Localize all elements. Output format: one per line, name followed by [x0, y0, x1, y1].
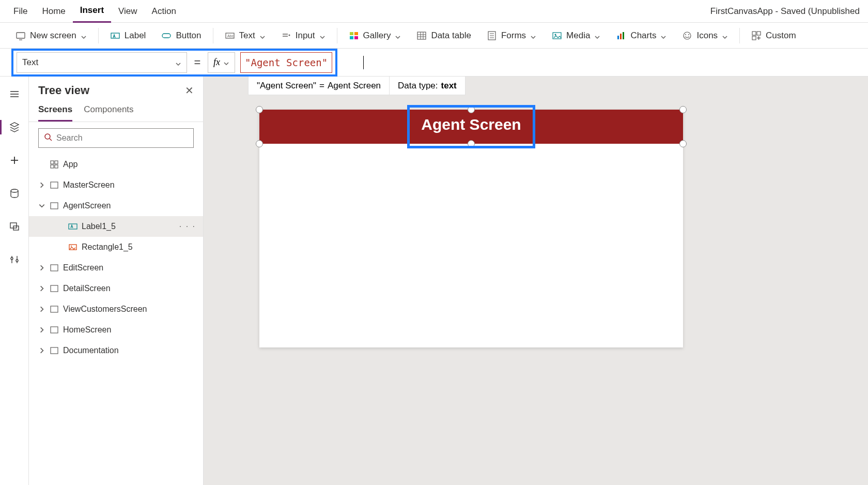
svg-point-23: [555, 34, 556, 35]
insert-gallery-button[interactable]: Gallery: [343, 26, 408, 46]
svg-rect-3: [162, 34, 171, 38]
svg-rect-9: [350, 32, 353, 35]
close-icon[interactable]: ✕: [185, 84, 194, 97]
insert-charts-button[interactable]: Charts: [610, 26, 673, 46]
tree-node[interactable]: AgentScreen: [29, 195, 203, 216]
insert-forms-label: Forms: [501, 31, 526, 41]
rail-tree-view[interactable]: [5, 118, 24, 137]
menu-view[interactable]: View: [111, 0, 145, 23]
screen-icon: [16, 31, 26, 41]
eval-right: Agent Screen: [328, 81, 381, 91]
more-icon[interactable]: · · ·: [179, 222, 203, 231]
formula-evaluation: "Agent Screen" = Agent Screen: [249, 77, 390, 95]
insert-text-button[interactable]: Abc Text: [219, 26, 272, 46]
tree-list: App MasterScreenAgentScreenLabel1_5· · ·…: [29, 154, 203, 485]
rail-advanced[interactable]: [5, 250, 24, 269]
insert-label-button[interactable]: Label: [104, 26, 152, 46]
search-wrap: [29, 122, 203, 154]
screen-icon: [50, 180, 59, 190]
chevron-down-icon: [530, 33, 536, 39]
canvas-screen[interactable]: Agent Screen: [259, 110, 683, 347]
insert-icons-label: Icons: [696, 31, 718, 41]
datatype-label: Data type:: [398, 81, 438, 91]
svg-rect-0: [17, 33, 25, 38]
chevron-right-icon[interactable]: [38, 326, 45, 334]
tree-node[interactable]: MasterScreen: [29, 175, 203, 195]
formula-input[interactable]: [337, 52, 868, 73]
tree-node-label: MasterScreen: [63, 180, 203, 190]
svg-point-40: [11, 189, 18, 192]
tree-view-tabs: Screens Components: [29, 100, 203, 122]
rail-media[interactable]: [5, 217, 24, 236]
tree-node[interactable]: DetailScreen: [29, 278, 203, 299]
left-rail: [0, 77, 29, 485]
formula-bar: Text = fx "Agent Screen": [0, 49, 868, 77]
tree-node[interactable]: Label1_5· · ·: [29, 216, 203, 237]
chevron-down-icon[interactable]: [38, 202, 45, 209]
chevron-right-icon[interactable]: [38, 181, 45, 189]
search-input[interactable]: [56, 133, 188, 143]
svg-point-47: [45, 134, 50, 139]
property-selector[interactable]: Text: [17, 52, 187, 73]
insert-media-button[interactable]: Media: [546, 26, 607, 46]
forms-icon: [487, 31, 497, 41]
insert-input-label: Input: [296, 31, 315, 41]
fx-label: fx: [213, 57, 220, 68]
formula-value-box[interactable]: "Agent Screen": [240, 52, 332, 73]
rail-insert[interactable]: [5, 151, 24, 170]
custom-icon: [751, 31, 762, 41]
chevron-down-icon: [223, 59, 229, 66]
search-icon: [44, 133, 52, 143]
insert-forms-button[interactable]: Forms: [481, 26, 542, 46]
menu-home[interactable]: Home: [35, 0, 72, 23]
tree-node-app[interactable]: App: [29, 154, 203, 175]
chevron-right-icon[interactable]: [38, 285, 45, 292]
separator: [337, 28, 337, 43]
svg-text:Abc: Abc: [227, 34, 234, 38]
insert-custom-button[interactable]: Custom: [745, 26, 802, 46]
tab-components[interactable]: Components: [84, 100, 133, 122]
menu-action[interactable]: Action: [145, 0, 183, 23]
svg-point-57: [71, 246, 72, 247]
media-icon: [552, 31, 562, 41]
property-formula-highlight: Text = fx "Agent Screen": [11, 49, 337, 77]
svg-point-29: [688, 34, 689, 35]
svg-rect-30: [752, 32, 756, 35]
svg-point-27: [684, 32, 691, 39]
insert-charts-label: Charts: [630, 31, 656, 41]
search-box[interactable]: [38, 128, 194, 148]
chevron-down-icon: [81, 33, 87, 39]
insert-data-table-label: Data table: [431, 31, 471, 41]
tree-node[interactable]: ViewCustomersScreen: [29, 299, 203, 320]
spacer: [38, 161, 45, 168]
chevron-right-icon[interactable]: [38, 306, 45, 313]
eval-eq: =: [319, 81, 324, 91]
menu-insert[interactable]: Insert: [73, 0, 111, 23]
canvas-header-label[interactable]: Agent Screen: [412, 116, 531, 133]
insert-data-table-button[interactable]: Data table: [410, 26, 477, 46]
tab-screens[interactable]: Screens: [38, 100, 72, 122]
fx-button[interactable]: fx: [208, 52, 235, 73]
gallery-icon: [349, 31, 359, 41]
chevron-right-icon[interactable]: [38, 264, 45, 271]
menu-file[interactable]: File: [6, 0, 35, 23]
svg-rect-61: [51, 327, 58, 333]
canvas-area[interactable]: Agent Screen: [204, 77, 868, 485]
screen-icon: [50, 263, 59, 272]
rail-data[interactable]: [5, 184, 24, 203]
tree-node[interactable]: HomeScreen: [29, 320, 203, 340]
insert-button-button[interactable]: Button: [155, 26, 207, 46]
svg-line-48: [50, 139, 52, 141]
insert-input-button[interactable]: Input: [275, 26, 332, 46]
insert-icons-button[interactable]: Icons: [676, 26, 734, 46]
svg-rect-58: [51, 265, 58, 271]
tree-node[interactable]: Rectangle1_5: [29, 237, 203, 257]
chevron-down-icon: [594, 33, 600, 39]
rail-hamburger[interactable]: [5, 85, 24, 103]
new-screen-button[interactable]: New screen: [9, 26, 93, 46]
app-title: FirstCanvasApp - Saved (Unpublished: [710, 6, 862, 17]
chevron-right-icon[interactable]: [38, 347, 45, 354]
tree-node[interactable]: EditScreen: [29, 257, 203, 278]
tree-node[interactable]: Documentation: [29, 340, 203, 361]
workspace: Tree view ✕ Screens Components App: [0, 77, 868, 485]
